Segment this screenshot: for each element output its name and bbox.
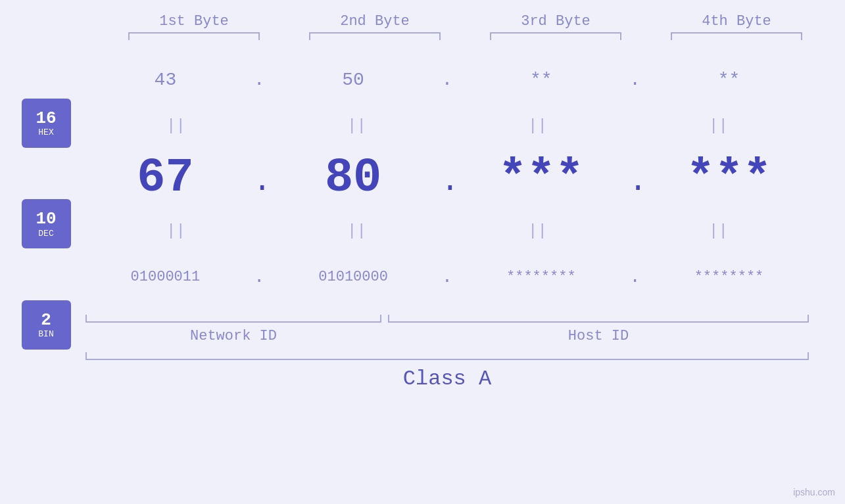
byte-header-2: 2nd Byte <box>302 13 447 30</box>
hex-val-3: ** <box>469 70 614 90</box>
bin-val-3: ******** <box>469 269 614 285</box>
class-label: Class A <box>85 367 809 391</box>
dot-hex-2: . <box>441 70 454 90</box>
dot-bin-1: . <box>253 267 266 287</box>
dot-hex-1: . <box>253 70 266 90</box>
badges-column: 16 HEX 10 DEC 2 BIN <box>0 73 85 375</box>
sep-1-3: || <box>466 117 610 135</box>
hex-val-2-text: 50 <box>342 70 364 90</box>
bin-val-2-text: 01010000 <box>318 269 388 285</box>
bin-val-4: ******** <box>656 269 801 285</box>
sep-2-3: || <box>466 222 610 240</box>
bin-val-3-text: ******** <box>506 269 576 285</box>
dot-dec-2: . <box>441 164 454 199</box>
bin-val-1-text: 01000011 <box>131 269 201 285</box>
dot-dec-1: . <box>253 164 266 199</box>
sep-1-4: || <box>646 117 791 135</box>
sep-2-2: || <box>285 222 429 240</box>
top-brackets <box>104 32 827 40</box>
dec-val-1-text: 67 <box>137 151 193 205</box>
host-id-label: Host ID <box>388 328 809 344</box>
hex-row: 43 . 50 . ** . ** <box>85 47 809 112</box>
content-area: 16 HEX 10 DEC 2 BIN 43 . 50 <box>0 47 845 504</box>
dec-val-3: *** <box>469 151 614 205</box>
byte-header-3: 3rd Byte <box>483 13 628 30</box>
class-bracket <box>85 352 809 360</box>
byte-header-1: 1st Byte <box>122 13 266 30</box>
byte-headers: 1st Byte 2nd Byte 3rd Byte 4th Byte <box>104 13 827 30</box>
hex-val-3-text: ** <box>530 70 552 90</box>
bin-badge-label: BIN <box>38 329 53 339</box>
bracket-1 <box>128 32 260 40</box>
dec-val-2-text: 80 <box>325 151 381 205</box>
host-bracket <box>388 315 809 323</box>
bottom-brackets-row <box>85 315 809 323</box>
values-grid: 43 . 50 . ** . ** || || || || <box>85 47 845 391</box>
hex-val-2: 50 <box>281 70 425 90</box>
dec-val-4: *** <box>656 151 801 205</box>
network-bracket <box>85 315 381 323</box>
dec-badge-number: 10 <box>36 210 56 229</box>
sep-1-2: || <box>285 117 429 135</box>
dec-badge-label: DEC <box>38 229 53 239</box>
separator-row-2: || || || || <box>85 218 809 244</box>
bracket-3 <box>490 32 621 40</box>
dot-bin-3: . <box>629 267 642 287</box>
hex-badge: 16 HEX <box>22 99 71 148</box>
bin-val-4-text: ******** <box>694 269 764 285</box>
dot-hex-3: . <box>629 70 642 90</box>
network-id-label: Network ID <box>85 328 381 344</box>
bin-badge-number: 2 <box>41 311 51 330</box>
bracket-2 <box>309 32 441 40</box>
separator-row-1: || || || || <box>85 112 809 139</box>
dec-val-2: 80 <box>281 151 425 205</box>
hex-val-4-text: ** <box>718 70 740 90</box>
dec-val-4-text: *** <box>687 151 772 205</box>
dec-val-3-text: *** <box>498 151 584 205</box>
sep-2-4: || <box>646 222 791 240</box>
sep-1-1: || <box>104 117 249 135</box>
bin-val-1: 01000011 <box>93 269 237 285</box>
bin-val-2: 01010000 <box>281 269 425 285</box>
dot-bin-2: . <box>441 267 454 287</box>
bracket-4 <box>671 32 802 40</box>
bin-row: 01000011 . 01010000 . ******** . *******… <box>85 244 809 309</box>
hex-val-1: 43 <box>93 70 237 90</box>
bin-badge: 2 BIN <box>22 300 71 350</box>
hex-badge-label: HEX <box>38 127 53 137</box>
hex-val-4: ** <box>656 70 801 90</box>
dec-badge: 10 DEC <box>22 199 71 248</box>
watermark: ipshu.com <box>793 487 835 497</box>
label-spacer <box>381 328 388 344</box>
main-container: 1st Byte 2nd Byte 3rd Byte 4th Byte 16 H… <box>0 0 845 504</box>
byte-header-4: 4th Byte <box>664 13 809 30</box>
dec-row: 67 . 80 . *** . *** <box>85 139 809 218</box>
bottom-labels-row: Network ID Host ID <box>85 328 809 344</box>
dot-dec-3: . <box>629 164 642 199</box>
bracket-spacer <box>381 315 388 323</box>
hex-val-1-text: 43 <box>155 70 177 90</box>
hex-badge-number: 16 <box>36 109 56 128</box>
sep-2-1: || <box>104 222 249 240</box>
dec-val-1: 67 <box>93 151 237 205</box>
